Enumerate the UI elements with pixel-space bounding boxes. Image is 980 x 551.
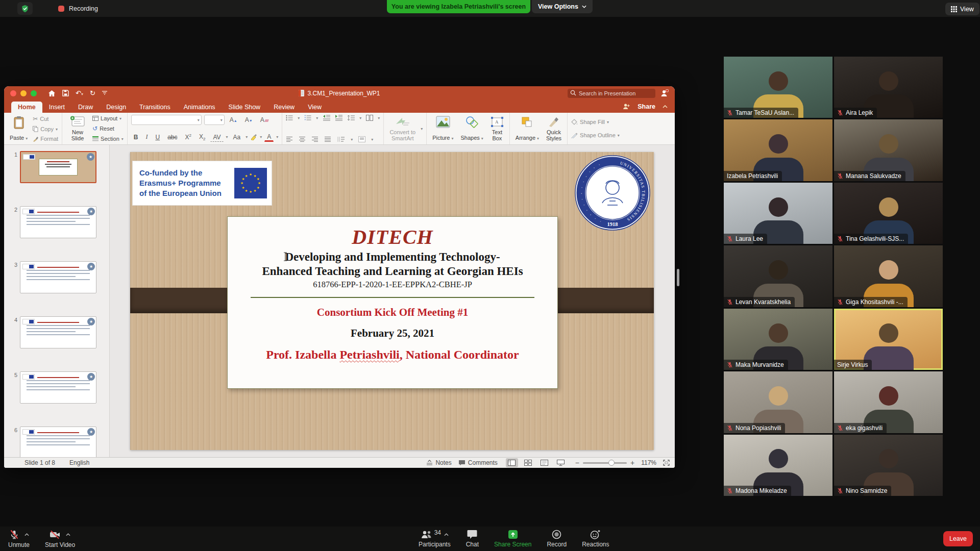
mic-options-chevron-icon[interactable] <box>24 533 29 536</box>
view-button[interactable]: View <box>945 3 979 15</box>
slide-thumbnail-preview[interactable]: ★ <box>20 427 96 457</box>
cut-button[interactable]: ✂Cut <box>33 115 58 122</box>
save-icon[interactable] <box>62 90 69 96</box>
underline-button[interactable]: U <box>153 133 162 142</box>
share-screen-button[interactable]: Share Screen <box>494 530 531 548</box>
chat-button[interactable]: Chat <box>466 530 479 548</box>
zoom-slider-knob[interactable] <box>608 460 615 466</box>
comments-button[interactable]: Comments <box>458 459 498 466</box>
slide-thumbnail[interactable]: 4 ★ <box>4 316 109 348</box>
reset-button[interactable]: ↺Reset <box>92 125 124 132</box>
search-input[interactable] <box>568 89 655 98</box>
slideshow-view-button[interactable] <box>555 458 567 467</box>
zoom-out-button[interactable]: − <box>575 459 579 467</box>
ribbon-tab[interactable]: Transitions <box>133 102 177 113</box>
redo-icon[interactable]: ↻ <box>90 89 95 97</box>
increase-font-button[interactable]: A▲ <box>227 115 240 124</box>
paste-button[interactable]: Paste ▾ <box>8 115 30 142</box>
text-direction-icon[interactable] <box>337 136 345 142</box>
slide-thumbnail[interactable]: 1 ★ <box>4 151 109 183</box>
ribbon-tab[interactable]: View <box>301 102 328 113</box>
slide-thumbnail-preview[interactable]: ★ <box>20 151 96 183</box>
shape-outline-button[interactable]: Shape Outline▾ <box>571 132 620 138</box>
ribbon-tab[interactable]: Home <box>11 102 42 113</box>
participant-video-tile[interactable]: eka gigashvili <box>834 371 943 433</box>
shared-screen-resize-handle[interactable] <box>677 269 679 286</box>
participant-video-tile[interactable]: Nino Samnidze <box>834 435 943 496</box>
bullets-icon[interactable] <box>286 115 293 121</box>
decrease-indent-icon[interactable] <box>323 115 330 121</box>
notes-button[interactable]: Notes <box>426 459 451 466</box>
quick-styles-button[interactable]: QuickStyles <box>544 115 564 142</box>
layout-button[interactable]: Layout▾ <box>92 115 124 121</box>
columns-icon[interactable] <box>366 115 373 121</box>
zoom-slider[interactable] <box>583 462 627 464</box>
slide-sorter-view-button[interactable] <box>522 458 534 467</box>
view-options-button[interactable]: View Options <box>532 0 593 13</box>
presence-user-icon[interactable] <box>660 89 669 97</box>
zoom-window-button[interactable] <box>31 90 37 96</box>
ribbon-tab[interactable]: Insert <box>42 102 71 113</box>
arrange-button[interactable]: Arrange ▾ <box>513 115 541 142</box>
language-indicator[interactable]: English <box>69 459 89 466</box>
participant-video-tile[interactable]: Giga Khositashvili -... <box>834 245 943 307</box>
new-slide-button[interactable]: New Slide <box>66 115 89 142</box>
home-icon[interactable] <box>48 90 56 97</box>
section-button[interactable]: Section▾ <box>92 136 124 142</box>
participant-video-tile[interactable]: Aira Lepik <box>834 57 943 118</box>
font-color-button[interactable]: A <box>264 133 274 142</box>
video-options-chevron-icon[interactable] <box>66 533 70 536</box>
reactions-button[interactable]: Reactions <box>582 530 609 548</box>
unmute-button[interactable]: Unmute <box>8 530 30 548</box>
participant-video-tile[interactable]: Nona Popiashvili <box>724 371 832 433</box>
participants-button[interactable]: 34 Participants <box>419 530 451 548</box>
participant-video-tile[interactable]: Manana Salukvadze <box>834 119 943 181</box>
copy-button[interactable]: Copy▾ <box>33 126 58 132</box>
slide-thumbnail[interactable]: 2 ★ <box>4 206 109 238</box>
participant-video-tile[interactable]: Madona Mikeladze <box>724 435 832 496</box>
customize-toolbar-icon[interactable] <box>102 91 107 95</box>
ribbon-tab[interactable]: Review <box>267 102 301 113</box>
participant-video-tile[interactable]: Maka Murvanidze <box>724 309 832 370</box>
change-case-button[interactable]: Aa <box>231 133 243 142</box>
picture-button[interactable]: Picture ▾ <box>430 115 455 142</box>
slide-thumbnail-preview[interactable]: ★ <box>20 261 96 293</box>
line-spacing-icon[interactable] <box>347 115 355 121</box>
participant-video-tile[interactable]: Izabela Petriashvili <box>724 119 832 181</box>
minimize-window-button[interactable] <box>20 90 27 96</box>
slide-thumbnail[interactable]: 5 ★ <box>4 371 109 404</box>
shape-fill-button[interactable]: Shape Fill▾ <box>571 119 620 125</box>
italic-button[interactable]: I <box>143 132 150 142</box>
slide-thumbnail-preview[interactable]: ★ <box>20 371 96 404</box>
character-spacing-button[interactable]: AV <box>210 133 223 142</box>
justify-icon[interactable] <box>324 136 331 142</box>
slide-thumbnail-preview[interactable]: ★ <box>20 316 96 348</box>
participant-video-tile[interactable]: Tina Gelashvili-SJS... <box>834 183 943 244</box>
reading-view-button[interactable] <box>538 458 551 467</box>
increase-indent-icon[interactable] <box>335 115 342 121</box>
numbering-icon[interactable] <box>304 115 311 121</box>
normal-view-button[interactable] <box>506 458 518 467</box>
align-center-icon[interactable] <box>299 136 306 142</box>
decrease-font-button[interactable]: A▼ <box>242 115 255 124</box>
participants-chevron-icon[interactable] <box>444 533 449 536</box>
undo-icon[interactable]: ↶▾ <box>76 89 83 97</box>
align-left-icon[interactable] <box>286 136 293 142</box>
participant-video-tile[interactable]: Sirje Virkus <box>834 309 943 370</box>
bold-button[interactable]: B <box>131 133 141 142</box>
subscript-button[interactable]: X2 <box>197 132 208 142</box>
format-painter-button[interactable]: Format <box>33 136 58 142</box>
clear-formatting-button[interactable]: A <box>258 115 271 124</box>
strikethrough-button[interactable]: abc <box>165 133 180 142</box>
fit-slide-icon[interactable] <box>663 460 670 466</box>
superscript-button[interactable]: X2 <box>182 132 193 142</box>
close-window-button[interactable] <box>10 90 16 96</box>
participant-video-tile[interactable]: Laura Lee <box>724 183 832 244</box>
align-text-icon[interactable] <box>358 136 365 142</box>
text-box-button[interactable]: A TextBox <box>488 115 506 142</box>
slide-editing-area[interactable]: Co-funded by the Erasmus+ Programme of t… <box>130 152 654 450</box>
ribbon-tab[interactable]: Draw <box>71 102 100 113</box>
ribbon-tab[interactable]: Slide Show <box>222 102 267 113</box>
slide-thumbnail[interactable]: 3 ★ <box>4 261 109 293</box>
start-video-button[interactable]: Start Video <box>45 530 75 548</box>
